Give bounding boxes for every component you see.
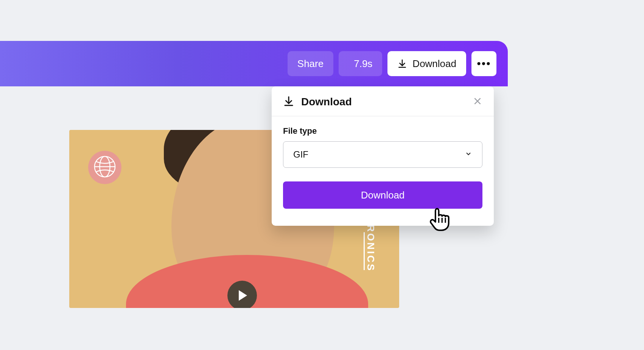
canvas-play-button[interactable]: [227, 281, 257, 308]
download-button[interactable]: Download: [387, 51, 466, 76]
close-icon: [473, 101, 482, 107]
share-button[interactable]: Share: [288, 51, 333, 76]
cursor-pointer-icon: [428, 205, 454, 231]
share-label: Share: [297, 58, 324, 70]
download-cta-label: Download: [361, 189, 405, 201]
dialog-title: Download: [301, 96, 466, 108]
file-type-value: GIF: [293, 149, 308, 160]
globe-badge: [88, 151, 121, 184]
dialog-body: File type GIF Download: [272, 116, 494, 220]
download-icon: [283, 95, 294, 108]
duration-label: 7.9s: [354, 58, 372, 70]
more-button[interactable]: •••: [471, 51, 496, 76]
more-icon: •••: [477, 57, 491, 70]
preview-duration-button[interactable]: 7.9s: [339, 51, 382, 76]
close-button[interactable]: [473, 96, 482, 108]
download-dialog: Download File type GIF Download: [272, 86, 494, 226]
chevron-down-icon: [465, 149, 472, 160]
globe-icon: [93, 155, 117, 180]
download-label: Download: [412, 58, 456, 70]
download-icon: [397, 59, 407, 69]
dialog-header: Download: [272, 86, 494, 116]
side-brand-text: RONICS: [364, 225, 376, 272]
file-type-label: File type: [283, 126, 482, 136]
top-toolbar: Share 7.9s Download •••: [0, 41, 508, 86]
file-type-select[interactable]: GIF: [283, 141, 482, 168]
